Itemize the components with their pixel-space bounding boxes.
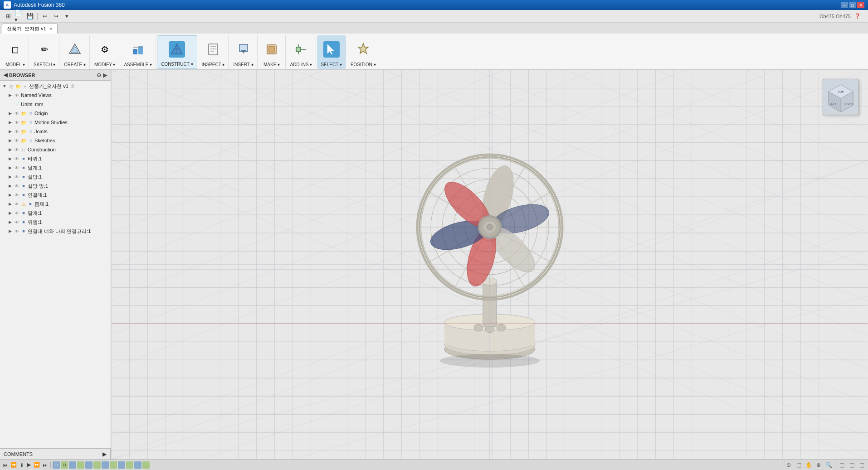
sidebar-item-construction[interactable]: ▶ 👁 □ Construction [0, 145, 111, 154]
sidebar-item-part8[interactable]: ▶ 👁 ■ 뒤엠:1 [0, 218, 111, 227]
maximize-button[interactable]: □ [849, 2, 856, 8]
sidebar-item-sketches[interactable]: ▶ 👁 📁 □ Sketches [0, 136, 111, 145]
part3-expand[interactable]: ▶ [7, 174, 13, 179]
timeline-thumb[interactable] [102, 461, 109, 469]
timeline-thumb[interactable] [93, 461, 101, 469]
sidebar-item-origin[interactable]: ▶ 👁 📁 □ Origin [0, 109, 111, 118]
step-back-button[interactable]: ⏪ [10, 462, 18, 468]
part3-eye: 👁 [14, 174, 20, 180]
sidebar-expand-icon[interactable]: ▶ [103, 72, 107, 78]
svg-text:TOP: TOP [838, 90, 844, 93]
sidebar-item-part6[interactable]: ▶ 👁 ⚠ ■ 몸체:1 [0, 199, 111, 208]
close-button[interactable]: ✕ [857, 2, 864, 8]
construction-expand[interactable]: ▶ [7, 147, 13, 152]
redo-button[interactable]: ↪ [51, 12, 60, 21]
named-views-expand[interactable]: ▶ [7, 92, 13, 98]
part9-expand[interactable]: ▶ [7, 228, 13, 234]
sidebar-item-part4[interactable]: ▶ 👁 ■ 실망 앞:1 [0, 181, 111, 190]
timeline-thumb[interactable] [110, 461, 117, 469]
part8-icon: ■ [20, 219, 27, 225]
timeline-thumb[interactable] [118, 461, 125, 469]
display-mode-button[interactable]: ⬚ [837, 461, 846, 469]
play-button[interactable]: ▶ [26, 462, 32, 468]
save-button[interactable]: 💾 [25, 12, 34, 21]
sketches-expand[interactable]: ▶ [7, 138, 13, 143]
grid-button[interactable]: ⬚ [847, 461, 856, 469]
root-expand-arrow[interactable]: ▼ [2, 83, 7, 89]
sidebar-title: BROWSER [9, 73, 35, 78]
sidebar-item-part3[interactable]: ▶ 👁 ■ 실망:1 [0, 172, 111, 181]
pause-button[interactable]: ⏸ [19, 462, 25, 468]
sidebar-item-motion-studies[interactable]: ▶ 👁 📁 □ Motion Studies [0, 118, 111, 127]
zoom-fit-button[interactable]: 🔍 [824, 461, 833, 469]
ribbon-construct[interactable]: CONSTRUCT ▾ [157, 35, 197, 69]
ribbon-modify[interactable]: ⚙ MODIFY ▾ [91, 35, 119, 69]
ribbon-select[interactable]: SELECT ▾ [317, 35, 346, 69]
ribbon-make[interactable]: MAKE ▾ [258, 35, 286, 69]
sidebar-item-part5[interactable]: ▶ 👁 ■ 연결대:1 [0, 190, 111, 199]
sketches-icon2: □ [27, 137, 34, 144]
tree-root[interactable]: ▼ ◎ 📁 ● 선풍기_오자현 v1 ⏱ [0, 82, 111, 91]
sidebar-item-units[interactable]: ▶ 📄 Units: mm [0, 100, 111, 109]
ribbon-addins[interactable]: ADD-INS ▾ [287, 35, 317, 69]
hand-button[interactable]: ✋ [804, 461, 813, 469]
assemble-icon [130, 41, 146, 58]
ribbon-model[interactable]: ◻ MODEL ▾ [2, 35, 29, 69]
skip-forward-button[interactable]: ⏭ [42, 462, 49, 468]
help-button[interactable]: ❓ [854, 13, 861, 19]
ribbon-sketch[interactable]: ✏ SKETCH ▾ [30, 35, 59, 69]
ribbon-insert[interactable]: INSERT ▾ [229, 35, 257, 69]
timeline-thumb[interactable] [126, 461, 133, 469]
sidebar-item-named-views[interactable]: ▶ 👁 Named Views [0, 91, 111, 100]
pan-tool-button[interactable]: ⬚ [794, 461, 803, 469]
part5-expand[interactable]: ▶ [7, 192, 13, 198]
part2-expand[interactable]: ▶ [7, 165, 13, 170]
origin-expand[interactable]: ▶ [7, 111, 13, 116]
ribbon-make-label: MAKE ▾ [263, 62, 280, 68]
comments-expand-button[interactable]: ▶ [102, 451, 107, 457]
timeline-thumb[interactable] [142, 461, 150, 469]
skip-back-button[interactable]: ⏮ [2, 462, 9, 468]
zoom-button[interactable]: ⊕ [814, 461, 823, 469]
part6-eye: 👁 [14, 201, 20, 207]
timeline-thumb[interactable] [134, 461, 141, 469]
svg-marker-1 [71, 46, 78, 53]
orbit-button[interactable]: ⊙ [784, 461, 793, 469]
motion-studies-expand[interactable]: ▶ [7, 120, 13, 125]
env-button[interactable]: ⬚ [857, 461, 866, 469]
timeline-thumb[interactable] [85, 461, 93, 469]
sidebar-item-part7[interactable]: ▶ 👁 ■ 달개:1 [0, 208, 111, 218]
part8-expand[interactable]: ▶ [7, 219, 13, 225]
timeline-thumb[interactable]: ◻ [53, 461, 60, 469]
apps-button[interactable]: ⊞ [4, 12, 13, 21]
more-button[interactable]: ▾ [62, 12, 71, 21]
ribbon-assemble[interactable]: ASSEMBLE ▾ [120, 35, 156, 69]
active-tab[interactable]: 선풍기_오자현 v1 ✕ [2, 24, 58, 34]
timeline-thumb[interactable] [77, 461, 84, 469]
minimize-button[interactable]: ─ [841, 2, 848, 8]
sidebar-filter-icon[interactable]: ⊙ [97, 72, 101, 78]
part6-expand[interactable]: ▶ [7, 201, 13, 207]
undo-button[interactable]: ↩ [40, 12, 49, 21]
ribbon-create[interactable]: CREATE ▾ [60, 35, 90, 69]
comments-bar: COMMENTS ▶ [0, 448, 111, 459]
sidebar-item-part1[interactable]: ▶ 👁 ■ 바퀴:1 [0, 154, 111, 163]
sidebar-item-joints[interactable]: ▶ 👁 📁 □ Joints [0, 127, 111, 136]
sidebar-collapse-arrow[interactable]: ◀ [4, 72, 7, 78]
joints-expand[interactable]: ▶ [7, 129, 13, 134]
file-menu-button[interactable]: 📄▾ [15, 12, 24, 21]
part7-expand[interactable]: ▶ [7, 210, 13, 216]
ribbon-inspect[interactable]: INSPECT ▾ [198, 35, 229, 69]
step-forward-button[interactable]: ⏩ [33, 462, 41, 468]
timeline-thumb[interactable]: ◻ [61, 461, 68, 469]
close-tab-button[interactable]: ✕ [49, 26, 53, 31]
view-cube[interactable]: TOP LEFT FRONT [823, 79, 859, 115]
viewport[interactable]: TOP LEFT FRONT [111, 70, 868, 459]
ribbon-position[interactable]: POSITION ▾ [347, 35, 380, 69]
part1-expand[interactable]: ▶ [7, 156, 13, 161]
sidebar-item-part2[interactable]: ▶ 👁 ■ 날개:1 [0, 163, 111, 172]
timeline-thumb[interactable] [69, 461, 76, 469]
sidebar-item-part9[interactable]: ▶ 👁 ■ 연결대 너와 나의 연결고리:1 [0, 227, 111, 236]
ribbon-construct-label: CONSTRUCT ▾ [161, 62, 193, 68]
part4-expand[interactable]: ▶ [7, 183, 13, 189]
